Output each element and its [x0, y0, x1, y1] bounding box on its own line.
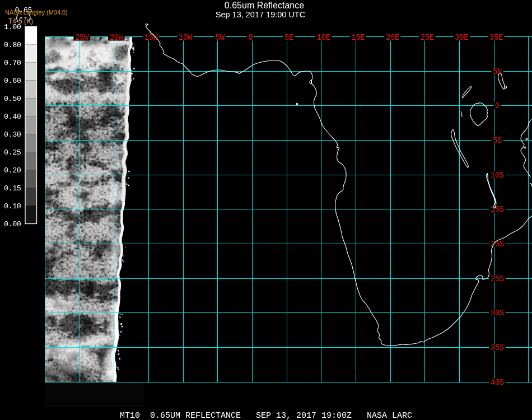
svg-text:10S: 10S	[491, 171, 504, 180]
svg-text:Sep 13, 2017 19:00 UTC: Sep 13, 2017 19:00 UTC	[216, 10, 305, 19]
svg-text:5S: 5S	[493, 136, 502, 145]
svg-text:10W: 10W	[179, 33, 193, 42]
svg-text:25S: 25S	[491, 274, 504, 283]
svg-text:20W: 20W	[110, 33, 124, 42]
svg-text:0.00: 0.00	[4, 220, 21, 228]
svg-text:0.40: 0.40	[4, 113, 21, 121]
svg-text:5W: 5W	[216, 33, 225, 42]
svg-text:25E: 25E	[421, 33, 434, 42]
svg-text:15E: 15E	[351, 33, 365, 42]
svg-text:0.20: 0.20	[4, 166, 21, 175]
svg-text:0.60: 0.60	[4, 77, 21, 85]
svg-text:15S: 15S	[491, 205, 504, 214]
svg-text:MT10 0.65UM REFLECTANCE SEP: MT10 0.65UM REFLECTANCE SEP 13, 2017 19:…	[120, 411, 412, 420]
svg-text:0.10: 0.10	[4, 202, 21, 211]
svg-text:35S: 35S	[491, 343, 504, 352]
svg-text:40S: 40S	[491, 378, 504, 387]
svg-text:0.30: 0.30	[4, 130, 21, 139]
svg-text:0: 0	[495, 101, 500, 110]
svg-text:0.15: 0.15	[4, 184, 21, 193]
svg-text:20E: 20E	[386, 33, 399, 42]
svg-text:5N: 5N	[493, 67, 502, 76]
svg-text:T4-5 (K): T4-5 (K)	[8, 17, 33, 25]
svg-text:30E: 30E	[455, 33, 468, 42]
svg-text:5E: 5E	[284, 33, 293, 42]
svg-text:10E: 10E	[317, 33, 330, 42]
svg-text:0.50: 0.50	[4, 95, 21, 103]
svg-text:35E: 35E	[489, 33, 503, 42]
svg-text:NASA Langley (M04.0): NASA Langley (M04.0)	[5, 9, 68, 16]
svg-text:0: 0	[248, 33, 253, 42]
svg-text:0.65um Reflectance: 0.65um Reflectance	[225, 1, 304, 10]
svg-text:25W: 25W	[75, 33, 89, 42]
svg-text:0.70: 0.70	[4, 59, 21, 67]
svg-text:0.80: 0.80	[4, 41, 21, 49]
svg-text:30S: 30S	[491, 309, 504, 318]
svg-text:0.25: 0.25	[4, 148, 21, 157]
